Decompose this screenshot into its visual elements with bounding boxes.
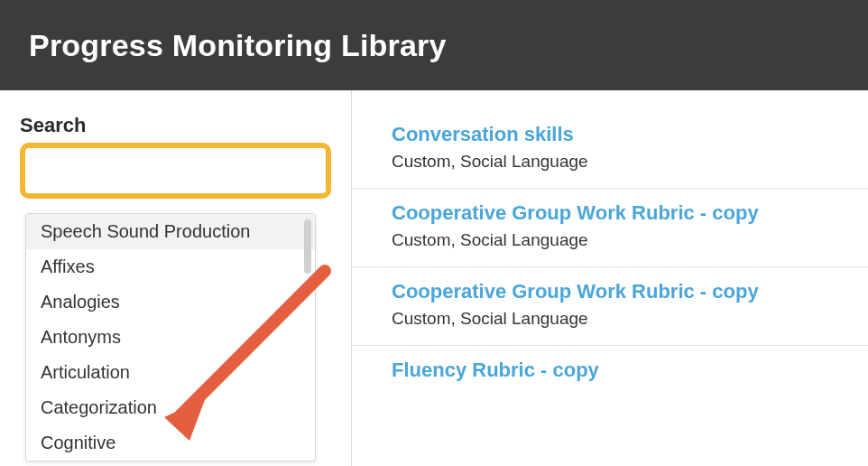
search-input-highlight: [20, 143, 331, 199]
result-item: Fluency Rubric - copy: [352, 346, 868, 404]
dropdown-item[interactable]: Antonyms: [26, 320, 315, 355]
dropdown-item[interactable]: Analogies: [26, 284, 315, 320]
result-item: Cooperative Group Work Rubric - copy Cus…: [352, 267, 868, 346]
page-title: Progress Monitoring Library: [29, 28, 447, 63]
search-input[interactable]: [29, 152, 322, 190]
result-title-link[interactable]: Conversation skills: [392, 123, 574, 146]
dropdown-item[interactable]: Speech Sound Production: [26, 214, 315, 249]
result-meta: Custom, Social Language: [392, 309, 850, 329]
result-title-link[interactable]: Cooperative Group Work Rubric - copy: [392, 201, 759, 225]
search-suggestions-dropdown[interactable]: Speech Sound Production Affixes Analogie…: [25, 213, 316, 461]
result-item: Conversation skills Custom, Social Langu…: [352, 110, 868, 189]
scrollbar-thumb[interactable]: [304, 219, 311, 274]
result-title-link[interactable]: Fluency Rubric - copy: [392, 359, 599, 382]
dropdown-item[interactable]: Cognitive: [26, 425, 315, 461]
result-meta: Custom, Social Language: [392, 152, 850, 172]
result-item: Cooperative Group Work Rubric - copy Cus…: [352, 189, 868, 267]
dropdown-item[interactable]: Categorization: [26, 390, 315, 425]
result-meta: Custom, Social Language: [392, 230, 850, 250]
page-header: Progress Monitoring Library: [0, 0, 868, 90]
result-title-link[interactable]: Cooperative Group Work Rubric - copy: [392, 280, 759, 303]
search-label: Search: [20, 114, 331, 137]
dropdown-item[interactable]: Articulation: [26, 355, 315, 390]
dropdown-item[interactable]: Affixes: [26, 249, 315, 284]
content-area: Search Speech Sound Production Affixes A…: [0, 90, 868, 466]
search-sidebar: Search Speech Sound Production Affixes A…: [0, 90, 352, 466]
results-panel: Conversation skills Custom, Social Langu…: [352, 90, 868, 466]
